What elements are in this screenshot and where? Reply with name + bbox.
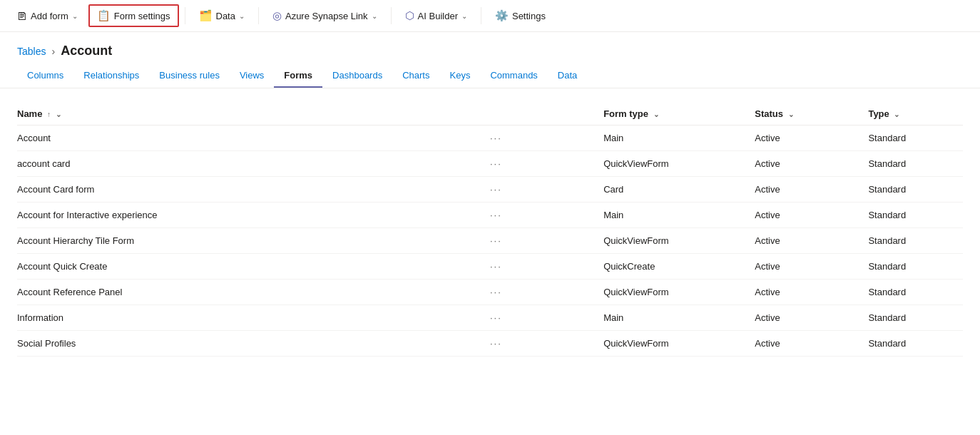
ai-builder-icon: ⬡: [405, 9, 414, 22]
cell-type: Standard: [868, 305, 963, 331]
col-header-formtype[interactable]: Form type ⌄: [603, 103, 755, 126]
cell-more-options[interactable]: ···: [490, 254, 603, 280]
tab-keys[interactable]: Keys: [439, 64, 480, 88]
more-options-icon[interactable]: ···: [490, 158, 502, 169]
table-row[interactable]: Account Reference Panel···QuickViewFormA…: [17, 280, 963, 305]
table-row[interactable]: Information···MainActiveStandard: [17, 305, 963, 331]
tab-views[interactable]: Views: [230, 64, 274, 88]
cell-status: Active: [755, 331, 868, 357]
cell-more-options[interactable]: ···: [490, 203, 603, 228]
breadcrumb-parent[interactable]: Tables: [17, 46, 46, 57]
cell-formtype: QuickViewForm: [603, 228, 755, 254]
azure-synapse-chevron: ⌄: [372, 12, 377, 20]
subnav: Columns Relationships Business rules Vie…: [0, 64, 980, 88]
tab-forms[interactable]: Forms: [274, 64, 322, 88]
cell-more-options[interactable]: ···: [490, 305, 603, 331]
cell-type: Standard: [868, 280, 963, 305]
more-options-icon[interactable]: ···: [490, 287, 502, 297]
cell-status: Active: [755, 151, 868, 177]
toolbar-separator-2: [258, 7, 259, 24]
table-row[interactable]: Account for Interactive experience···Mai…: [17, 203, 963, 228]
more-options-icon[interactable]: ···: [490, 235, 502, 246]
col-header-type[interactable]: Type ⌄: [868, 103, 963, 126]
ai-builder-label: AI Builder: [418, 11, 458, 21]
status-sort-icon: ⌄: [788, 111, 794, 118]
tab-columns[interactable]: Columns: [17, 64, 73, 88]
forms-table: Name ↑ ⌄ Form type ⌄ Status ⌄ Type ⌄: [17, 103, 963, 357]
more-options-icon[interactable]: ···: [490, 261, 502, 272]
more-options-icon[interactable]: ···: [490, 133, 502, 143]
col-header-spacer: [490, 103, 603, 126]
cell-name: Account for Interactive experience: [17, 203, 490, 228]
cell-name: Account Reference Panel: [17, 280, 490, 305]
cell-more-options[interactable]: ···: [490, 177, 603, 203]
more-options-icon[interactable]: ···: [490, 184, 502, 195]
cell-formtype: QuickViewForm: [603, 331, 755, 357]
cell-more-options[interactable]: ···: [490, 126, 603, 151]
azure-synapse-icon: ◎: [272, 9, 282, 22]
col-header-name[interactable]: Name ↑ ⌄: [17, 103, 490, 126]
cell-type: Standard: [868, 331, 963, 357]
data-label: Data: [216, 11, 235, 21]
table-header-row: Name ↑ ⌄ Form type ⌄ Status ⌄ Type ⌄: [17, 103, 963, 126]
cell-formtype: Main: [603, 126, 755, 151]
cell-type: Standard: [868, 254, 963, 280]
cell-name: Social Profiles: [17, 331, 490, 357]
tab-data[interactable]: Data: [548, 64, 587, 88]
table-row[interactable]: Social Profiles···QuickViewFormActiveSta…: [17, 331, 963, 357]
cell-status: Active: [755, 305, 868, 331]
more-options-icon[interactable]: ···: [490, 312, 502, 323]
toolbar-separator-1: [185, 7, 185, 24]
add-form-label: Add form: [31, 11, 68, 21]
cell-name: Account Hierarchy Tile Form: [17, 228, 490, 254]
toolbar-separator-3: [391, 7, 392, 24]
table-row[interactable]: Account Hierarchy Tile Form···QuickViewF…: [17, 228, 963, 254]
cell-status: Active: [755, 228, 868, 254]
azure-synapse-label: Azure Synapse Link: [285, 11, 368, 21]
cell-type: Standard: [868, 177, 963, 203]
cell-more-options[interactable]: ···: [490, 228, 603, 254]
settings-button[interactable]: ⚙️ Settings: [487, 5, 553, 26]
data-button[interactable]: 🗂️ Data ⌄: [191, 5, 252, 26]
cell-name: Account Quick Create: [17, 254, 490, 280]
table-row[interactable]: Account Card form···CardActiveStandard: [17, 177, 963, 203]
tab-commands[interactable]: Commands: [480, 64, 547, 88]
cell-type: Standard: [868, 126, 963, 151]
cell-status: Active: [755, 280, 868, 305]
cell-more-options[interactable]: ···: [490, 280, 603, 305]
settings-icon: ⚙️: [495, 9, 509, 22]
tab-business-rules[interactable]: Business rules: [149, 64, 230, 88]
cell-more-options[interactable]: ···: [490, 331, 603, 357]
type-sort-icon: ⌄: [894, 111, 899, 118]
col-header-status[interactable]: Status ⌄: [755, 103, 868, 126]
cell-name: account card: [17, 151, 490, 177]
toolbar-separator-4: [481, 7, 481, 24]
more-options-icon[interactable]: ···: [490, 210, 502, 220]
breadcrumb-current: Account: [61, 44, 112, 58]
table-row[interactable]: Account Quick Create···QuickCreateActive…: [17, 254, 963, 280]
settings-label: Settings: [512, 11, 546, 21]
more-options-icon[interactable]: ···: [490, 338, 502, 349]
tab-charts[interactable]: Charts: [392, 64, 439, 88]
form-settings-button[interactable]: 📋 Form settings: [88, 4, 179, 27]
data-icon: 🗂️: [199, 9, 213, 22]
add-form-button[interactable]: 🖹 Add form ⌄: [9, 6, 86, 26]
breadcrumb: Tables › Account: [0, 32, 980, 64]
azure-synapse-button[interactable]: ◎ Azure Synapse Link ⌄: [265, 5, 385, 26]
tab-relationships[interactable]: Relationships: [73, 64, 149, 88]
cell-name: Information: [17, 305, 490, 331]
table-row[interactable]: account card···QuickViewFormActiveStanda…: [17, 151, 963, 177]
data-chevron: ⌄: [239, 12, 245, 20]
cell-status: Active: [755, 126, 868, 151]
formtype-sort-icon: ⌄: [653, 111, 659, 118]
ai-builder-button[interactable]: ⬡ AI Builder ⌄: [397, 5, 475, 26]
cell-formtype: Main: [603, 305, 755, 331]
tab-dashboards[interactable]: Dashboards: [322, 64, 392, 88]
cell-type: Standard: [868, 203, 963, 228]
cell-formtype: QuickViewForm: [603, 280, 755, 305]
breadcrumb-separator: ›: [51, 46, 55, 57]
table-row[interactable]: Account···MainActiveStandard: [17, 126, 963, 151]
cell-more-options[interactable]: ···: [490, 151, 603, 177]
add-form-chevron: ⌄: [72, 12, 78, 20]
cell-formtype: QuickViewForm: [603, 151, 755, 177]
